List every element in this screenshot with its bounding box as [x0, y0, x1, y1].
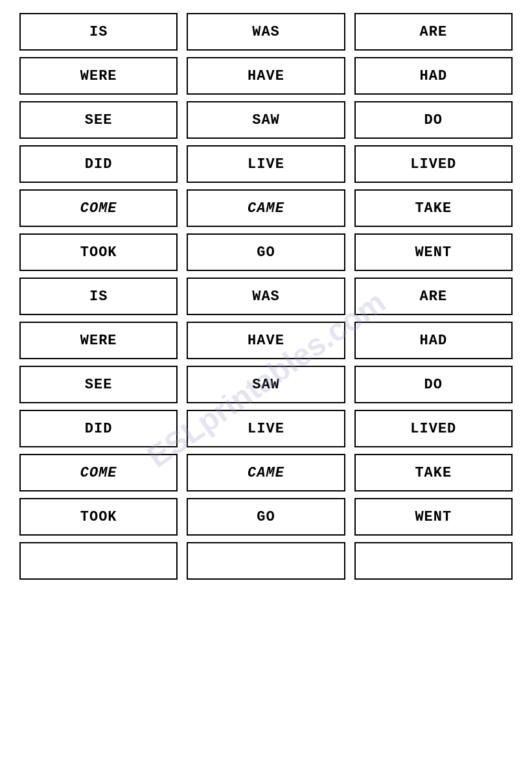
word-label: TAKE [415, 465, 452, 481]
word-card: GO [187, 498, 345, 536]
word-label: SAW [252, 377, 280, 393]
word-label: DO [424, 377, 443, 393]
word-label: HAVE [248, 68, 284, 84]
word-label: WAS [252, 289, 280, 305]
word-card: HAD [354, 57, 513, 95]
word-card: TOOK [19, 233, 178, 271]
word-label: WAS [252, 24, 280, 40]
word-card: LIVE [187, 145, 345, 183]
word-card [354, 542, 513, 580]
word-card: GO [187, 233, 345, 271]
word-card: WENT [354, 233, 513, 271]
word-card: WERE [19, 57, 178, 95]
word-card: CAME [187, 189, 345, 227]
word-label: SEE [85, 377, 113, 393]
word-label: CAME [248, 465, 284, 481]
word-card: TAKE [354, 454, 513, 492]
word-label: LIVED [410, 421, 456, 437]
word-card: DID [19, 145, 178, 183]
word-label: LIVE [248, 421, 284, 437]
word-label: HAD [420, 333, 448, 349]
word-card: HAD [354, 322, 513, 359]
word-label: DID [85, 156, 113, 172]
word-label: TAKE [415, 200, 452, 217]
word-label: ARE [420, 289, 448, 305]
word-card: SAW [187, 366, 345, 403]
word-card: LIVED [354, 410, 513, 447]
word-card: LIVE [187, 410, 345, 447]
word-card: WERE [19, 322, 178, 359]
word-card: COME [19, 189, 178, 227]
word-grid: ISWASAREWEREHAVEHADSEESAWDODIDLIVELIVEDC… [19, 13, 513, 580]
word-card: IS [19, 13, 178, 51]
word-label: HAVE [248, 333, 284, 349]
word-card: SEE [19, 366, 178, 403]
word-card: ARE [354, 13, 513, 51]
word-card: DO [354, 101, 513, 139]
word-card: WAS [187, 278, 345, 315]
word-label: TOOK [80, 244, 117, 261]
word-card: HAVE [187, 322, 345, 359]
word-card [187, 542, 345, 580]
word-card: CAME [187, 454, 345, 492]
word-label: WERE [80, 333, 117, 349]
word-label: DO [424, 112, 443, 128]
word-label: ARE [420, 24, 448, 40]
word-card: DO [354, 366, 513, 403]
word-label: DID [85, 421, 113, 437]
word-label: CAME [248, 200, 284, 217]
word-card: TOOK [19, 498, 178, 536]
word-card: SEE [19, 101, 178, 139]
word-card: TAKE [354, 189, 513, 227]
word-card: LIVED [354, 145, 513, 183]
word-card: HAVE [187, 57, 345, 95]
word-label: SAW [252, 112, 280, 128]
word-label: SEE [85, 112, 113, 128]
word-label: IS [89, 24, 108, 40]
word-label: GO [257, 509, 275, 525]
word-label: LIVE [248, 156, 284, 172]
word-label: COME [80, 465, 117, 481]
word-label: WERE [80, 68, 117, 84]
word-card: COME [19, 454, 178, 492]
word-card: WENT [354, 498, 513, 536]
word-label: WENT [415, 244, 452, 261]
word-card [19, 542, 178, 580]
word-label: LIVED [410, 156, 456, 172]
word-label: GO [257, 244, 275, 261]
word-label: COME [80, 200, 117, 217]
word-card: WAS [187, 13, 345, 51]
page: ESLprintables.com ISWASAREWEREHAVEHADSEE… [0, 0, 532, 758]
word-card: SAW [187, 101, 345, 139]
word-label: IS [89, 289, 108, 305]
word-card: IS [19, 278, 178, 315]
word-label: WENT [415, 509, 452, 525]
word-card: ARE [354, 278, 513, 315]
word-card: DID [19, 410, 178, 447]
word-label: HAD [420, 68, 448, 84]
word-label: TOOK [80, 509, 117, 525]
